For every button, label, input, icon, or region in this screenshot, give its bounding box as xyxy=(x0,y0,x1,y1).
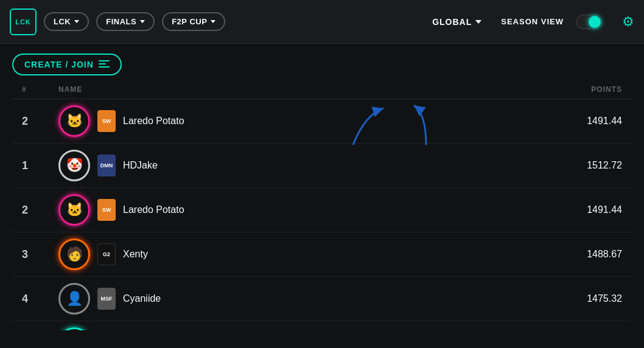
player-info: 🤡 DMN HDJake xyxy=(58,150,549,181)
player-name: Cyaniide xyxy=(123,293,161,304)
player-name: Xenty xyxy=(123,249,148,260)
player-info: 👤 MSF Cyaniide xyxy=(58,283,549,315)
avatar: 👤 xyxy=(58,283,90,315)
player-info: 🐱 SW Laredo Potato xyxy=(58,105,549,137)
header: LCK LCK FINALS F2P CUP GLOBAL SEASON VIE… xyxy=(0,0,644,44)
player-name: HDJake xyxy=(123,160,158,171)
table-header: # NAME POINTS xyxy=(12,80,632,99)
player-info: 🦂 FNC choci xyxy=(58,327,549,330)
player-name: Laredo Potato xyxy=(123,116,184,127)
chevron-down-icon xyxy=(74,20,79,23)
points-value: 1491.44 xyxy=(549,116,622,127)
nav-lck-button[interactable]: LCK xyxy=(44,12,89,31)
table-row[interactable]: 1 🤡 DMN HDJake 1512.72 xyxy=(12,144,632,188)
rank-number: 1 xyxy=(22,159,58,172)
global-button[interactable]: GLOBAL xyxy=(432,17,481,27)
avatar: 🐱 xyxy=(58,194,90,226)
main-content: CREATE / JOIN # NAME xyxy=(0,44,644,330)
nav-lck-label: LCK xyxy=(54,17,71,26)
nav-f2p-cup-label: F2P CUP xyxy=(172,17,207,26)
toggle-thumb xyxy=(589,16,601,28)
list-icon xyxy=(99,60,110,69)
table-row[interactable]: 4 👤 MSF Cyaniide 1475.32 xyxy=(12,277,632,321)
table-row[interactable]: 5 🦂 FNC choci 1472.00 xyxy=(12,321,632,330)
player-info: 🐱 SW Laredo Potato xyxy=(58,194,549,226)
rank-number: 2 xyxy=(22,115,58,128)
icon-line-1 xyxy=(99,60,110,61)
team-badge: SW xyxy=(97,110,116,132)
create-join-button[interactable]: CREATE / JOIN xyxy=(12,54,122,75)
avatar-wrapper: 👤 xyxy=(58,283,90,315)
avatar-wrapper: 🤡 xyxy=(58,150,90,181)
toggle-track[interactable] xyxy=(576,15,603,29)
team-badge: MSF xyxy=(97,288,116,310)
team-badge: DMN xyxy=(97,155,116,176)
gear-icon[interactable]: ⚙ xyxy=(622,14,634,30)
table-body: 2 🐱 SW Laredo Potato 1491.44 1 🤡 DMN HDJ… xyxy=(12,99,632,330)
season-view-toggle[interactable] xyxy=(576,15,603,29)
chevron-down-icon xyxy=(140,20,145,23)
nav-finals-label: FINALS xyxy=(106,17,136,26)
player-info: 🧑 G2 Xenty xyxy=(58,238,549,270)
team-badge: SW xyxy=(97,199,116,221)
player-name: Laredo Potato xyxy=(123,204,184,215)
avatar-wrapper: 🐱 xyxy=(58,194,90,226)
col-header-points: POINTS xyxy=(549,85,622,94)
col-header-name: NAME xyxy=(58,85,549,94)
table-row[interactable]: 3 🧑 G2 Xenty 1488.67 xyxy=(12,232,632,277)
col-header-rank: # xyxy=(22,85,58,94)
table-row[interactable]: 2 🐱 SW Laredo Potato 1491.44 xyxy=(12,188,632,232)
avatar-wrapper: 🐱 xyxy=(58,105,90,137)
nav-f2p-cup-button[interactable]: F2P CUP xyxy=(162,12,225,31)
avatar: 🤡 xyxy=(58,150,90,181)
season-view-label: SEASON VIEW xyxy=(501,17,564,26)
nav-finals-button[interactable]: FINALS xyxy=(96,12,155,31)
rank-number: 3 xyxy=(22,248,58,261)
chevron-down-icon xyxy=(475,20,481,24)
icon-line-3 xyxy=(99,66,110,68)
chevron-down-icon xyxy=(211,20,215,23)
global-label: GLOBAL xyxy=(432,17,472,27)
team-badge: G2 xyxy=(97,243,116,265)
logo: LCK xyxy=(10,9,37,35)
avatar: 🧑 xyxy=(58,238,90,270)
points-value: 1512.72 xyxy=(549,160,622,171)
points-value: 1475.32 xyxy=(549,293,622,304)
rank-number: 4 xyxy=(22,293,58,305)
points-value: 1488.67 xyxy=(549,249,622,260)
avatar: 🦂 xyxy=(58,327,90,330)
avatar-wrapper: 🧑 xyxy=(58,238,90,270)
rank-number: 2 xyxy=(22,204,58,217)
table-row[interactable]: 2 🐱 SW Laredo Potato 1491.44 xyxy=(12,99,632,144)
avatar: 🐱 xyxy=(58,105,90,137)
icon-line-2 xyxy=(99,63,107,64)
create-join-label: CREATE / JOIN xyxy=(24,60,94,69)
avatar-wrapper: 🦂 xyxy=(58,327,90,330)
points-value: 1491.44 xyxy=(549,204,622,215)
